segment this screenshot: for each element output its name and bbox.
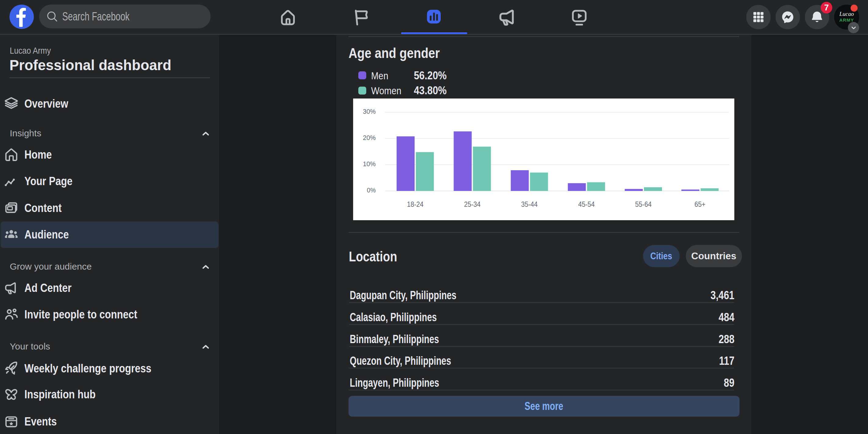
svg-text:0%: 0%	[367, 186, 376, 194]
svg-text:30%: 30%	[363, 108, 376, 115]
svg-text:35-44: 35-44	[521, 200, 538, 208]
svg-text:45-54: 45-54	[578, 200, 595, 208]
svg-text:25-34: 25-34	[464, 200, 481, 208]
svg-text:65+: 65+	[695, 200, 706, 208]
svg-text:10%: 10%	[363, 160, 376, 168]
svg-text:20%: 20%	[363, 134, 376, 141]
svg-text:55-64: 55-64	[635, 200, 652, 208]
svg-text:18-24: 18-24	[407, 200, 424, 208]
